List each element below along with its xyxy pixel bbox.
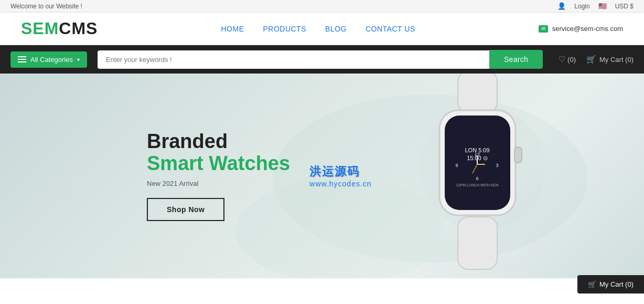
hero-subtitle: New 2021 Arrival (147, 180, 290, 187)
watch-svg: LON 5:09 15:00 ⊙ 12 3 6 9 12PM LUNCH WIT… (384, 74, 568, 278)
cart-label: My Cart (0) (599, 56, 634, 64)
svg-text:12PM LUNCH WITH KEN: 12PM LUNCH WITH KEN (456, 183, 499, 187)
wishlist-button[interactable]: ♡ (0) (559, 55, 576, 64)
logo-cms: CMS (59, 19, 98, 38)
categories-label: All Categories (30, 56, 73, 64)
nav-contact[interactable]: CONTACT US (366, 25, 415, 33)
header-contact: service@sem-cms.com (539, 25, 623, 33)
cart-button[interactable]: 🛒 My Cart (0) (586, 55, 634, 64)
svg-text:9: 9 (455, 163, 458, 168)
header: SEMCMS HOME PRODUCTS BLOG CONTACT US ser… (0, 13, 644, 45)
floating-cart-button[interactable]: 🛒 My Cart (0) (577, 275, 644, 278)
hero-content: Branded Smart Watches New 2021 Arrival S… (0, 131, 290, 222)
email-icon (539, 25, 548, 33)
shop-now-button[interactable]: Shop Now (147, 198, 224, 221)
search-input[interactable] (98, 50, 489, 69)
search-bar: All Categories ▾ Search ♡ (0) 🛒 My Cart … (0, 45, 644, 74)
hero-section: Branded Smart Watches New 2021 Arrival S… (0, 74, 644, 278)
search-input-wrapper: Search (98, 50, 543, 69)
categories-button[interactable]: All Categories ▾ (10, 51, 87, 68)
flag-icon: 🇺🇸 (598, 2, 607, 10)
welcome-text: Welcome to our Website ! (10, 3, 82, 10)
hamburger-icon (18, 56, 26, 62)
main-nav: HOME PRODUCTS BLOG CONTACT US (221, 25, 415, 33)
person-icon: 👤 (557, 2, 566, 10)
top-bar: Welcome to our Website ! 👤 Login 🇺🇸 USD … (0, 0, 644, 13)
search-right: ♡ (0) 🛒 My Cart (0) (559, 55, 634, 64)
wishlist-count: (0) (567, 56, 576, 64)
email-address: service@sem-cms.com (552, 25, 623, 33)
svg-rect-3 (458, 74, 497, 113)
currency-link[interactable]: USD $ (615, 3, 634, 10)
nav-products[interactable]: PRODUCTS (263, 25, 307, 33)
search-button[interactable]: Search (489, 50, 543, 69)
svg-text:6: 6 (476, 176, 478, 181)
svg-rect-17 (458, 217, 497, 269)
svg-text:3: 3 (496, 163, 498, 168)
top-bar-right: 👤 Login 🇺🇸 USD $ (557, 2, 634, 10)
hero-branded-text: Branded (147, 131, 290, 153)
heart-icon: ♡ (559, 55, 565, 64)
nav-blog[interactable]: BLOG (325, 25, 347, 33)
logo[interactable]: SEMCMS (21, 19, 98, 38)
login-link[interactable]: Login (574, 3, 589, 10)
watch-image: LON 5:09 15:00 ⊙ 12 3 6 9 12PM LUNCH WIT… (350, 74, 602, 278)
logo-sem: SEM (21, 19, 59, 38)
nav-home[interactable]: HOME (221, 25, 244, 33)
svg-rect-18 (514, 147, 522, 163)
hero-smart-watches-text: Smart Watches (147, 153, 290, 175)
chevron-down-icon: ▾ (77, 57, 80, 62)
cart-icon: 🛒 (586, 55, 596, 64)
